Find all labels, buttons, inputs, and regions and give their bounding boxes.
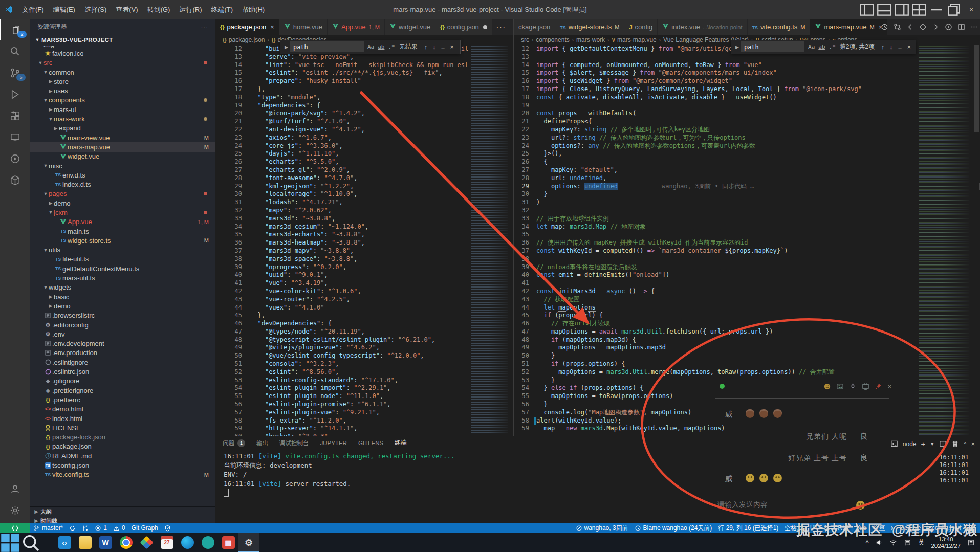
tab-config[interactable]: Jconfig	[624, 19, 658, 35]
history-icon[interactable]	[881, 23, 888, 31]
tree-item-mars-util.ts[interactable]: TSmars-util.ts	[30, 273, 215, 282]
tree-item-.gitignore[interactable]: ◆.gitignore	[30, 377, 215, 386]
chat-rocket-icon[interactable]	[849, 383, 857, 390]
taskbar-app-chrome[interactable]	[116, 533, 136, 552]
tree-item-utils[interactable]: ▼utils	[30, 246, 215, 255]
tree-item-common[interactable]: ▼common	[30, 68, 215, 77]
back-icon[interactable]	[906, 23, 914, 31]
taskbar-app-teal-app[interactable]	[198, 533, 218, 552]
find-arrow-up-icon[interactable]: ↑	[881, 43, 885, 51]
tree-item-LICENSE[interactable]: LICENSE	[30, 423, 215, 432]
tree-item-demo[interactable]: ▶demo	[30, 301, 215, 311]
remote-indicator[interactable]	[0, 523, 30, 533]
tree-item-.prettierignore[interactable]: ◆.prettierignore	[30, 386, 215, 395]
tree-item-.eslintignore[interactable]: .eslintignore	[30, 358, 215, 367]
activity-live-server-icon[interactable]	[0, 148, 30, 169]
menu-转到(G)[interactable]: 转到(G)	[143, 6, 175, 13]
run-icon[interactable]	[945, 23, 952, 31]
tree-item-store[interactable]: ▶store	[30, 77, 215, 86]
status-master*[interactable]: master*	[30, 524, 66, 532]
tree-item-.env[interactable]: ⚙.env	[30, 329, 215, 339]
section-时间线[interactable]: ▶时间线	[30, 516, 215, 523]
activity-debug-icon[interactable]	[0, 83, 30, 105]
diamond-icon[interactable]	[919, 23, 927, 31]
find-close-icon[interactable]: ×	[907, 43, 911, 51]
section-大纲[interactable]: ▶大纲	[30, 506, 215, 516]
tab-home.vue[interactable]: home.vue	[279, 19, 328, 35]
whole-word-icon[interactable]: ab	[378, 43, 384, 50]
tree-item-file-util.ts[interactable]: TSfile-util.ts	[30, 255, 215, 264]
activity-files-icon[interactable]: 2	[0, 19, 31, 40]
code-editor-mars-map-vue[interactable]: 12import { getDefaultContextMenu } from …	[514, 45, 980, 436]
tree-item-README.md[interactable]: README.md	[30, 451, 215, 460]
tab-index.vue[interactable]: index.vue ...\location-point	[658, 19, 747, 35]
panel-tab-输出[interactable]: 输出	[256, 436, 268, 450]
compare-icon[interactable]	[894, 23, 901, 31]
activity-settings-gear-icon[interactable]	[0, 499, 30, 521]
find-input[interactable]: path	[741, 41, 804, 52]
tab-mars-map.vue[interactable]: mars-map.vue M ×	[810, 19, 887, 35]
tree-item-.editorconfig[interactable]: ⚙.editorconfig	[30, 320, 215, 329]
terminal-chevron-down-icon[interactable]: ▼	[930, 441, 934, 447]
taskbar-app-wps[interactable]	[136, 533, 157, 552]
tree-item-mars-work[interactable]: ▼mars-work	[30, 114, 215, 123]
layout-secondary-icon[interactable]	[893, 0, 910, 19]
regex-icon[interactable]: .*	[388, 43, 395, 50]
notification-icon[interactable]	[967, 539, 975, 546]
panel-tab-问题[interactable]: 问题1	[223, 436, 245, 450]
tree-item-main.ts[interactable]: TSmain.ts	[30, 227, 215, 236]
menu-帮助(H)[interactable]: 帮助(H)	[237, 6, 269, 13]
taskbar-search-icon[interactable]	[20, 533, 41, 552]
tree-item-basic[interactable]: ▶basic	[30, 292, 215, 301]
taskbar-app-word[interactable]: W	[95, 533, 116, 552]
tree-item-main-view.vue[interactable]: main-view.vueM	[30, 133, 215, 142]
taskbar-app-settings[interactable]: ⚙	[238, 533, 259, 552]
find-selection-icon[interactable]: ≡	[441, 43, 445, 51]
tree-item-components[interactable]: ▼components	[30, 96, 215, 105]
tree-item-jcxm[interactable]: ▼jcxm	[30, 208, 215, 217]
status-sync-icon[interactable]	[66, 525, 79, 532]
emoji-button[interactable]	[856, 501, 865, 510]
taskbar-app-calendar[interactable]: 27	[157, 533, 177, 552]
status-1[interactable]: 1	[92, 524, 110, 532]
match-case-icon[interactable]: Aa	[808, 43, 815, 50]
tree-item-expand[interactable]: ▶expand	[30, 124, 215, 133]
tree-item-getDefaultContextMenu.ts[interactable]: TSgetDefaultContextMenu.ts	[30, 264, 215, 273]
tree-item-.browserslistrc[interactable]: .browserslistrc	[30, 311, 215, 320]
tree-item-pages[interactable]: ▼pages	[30, 189, 215, 198]
status-gitgraph-icon[interactable]	[79, 525, 92, 532]
terminal-process-label[interactable]: node	[903, 440, 917, 448]
tab-ckage.json[interactable]: ckage.json	[514, 19, 555, 35]
menu-文件(F)[interactable]: 文件(F)	[17, 6, 49, 13]
tab-vite.config.ts[interactable]: TSvite.config.ts M	[748, 19, 811, 35]
menu-查看(V)[interactable]: 查看(V)	[111, 6, 142, 13]
tree-item-tsconfig.json[interactable]: TStsconfig.json	[30, 460, 215, 470]
layout-grid-icon[interactable]	[910, 0, 928, 19]
find-selection-icon[interactable]: ≡	[898, 43, 902, 51]
status-0[interactable]: 0	[110, 524, 128, 532]
crumb-mars-map.vue[interactable]: ›Vmars-map.vue	[605, 36, 657, 43]
tree-item-misc[interactable]: ▼misc	[30, 161, 215, 170]
crumb-components[interactable]: ›components	[529, 36, 570, 43]
explorer-more-icon[interactable]: ···	[201, 24, 209, 30]
find-arrow-down-icon[interactable]: ↓	[432, 43, 436, 51]
terminal-close-icon[interactable]: ×	[971, 440, 975, 448]
tree-item-mars-map.vue[interactable]: mars-map.vueM	[30, 142, 215, 151]
find-close-icon[interactable]: ×	[450, 43, 454, 51]
forward-icon[interactable]	[932, 23, 940, 31]
tree-item-env.d.ts[interactable]: TSenv.d.ts	[30, 170, 215, 180]
status-shield-check-icon[interactable]	[161, 525, 174, 532]
chat-emoji-icon[interactable]	[823, 383, 831, 390]
ime-indicator[interactable]: 英	[918, 538, 924, 547]
tree-item-index.d.ts[interactable]: TSindex.d.ts	[30, 180, 215, 189]
panel-tab-JUPYTER[interactable]: JUPYTER	[320, 436, 347, 450]
taskbar-app-edge[interactable]	[177, 533, 198, 552]
tree-item-vite.config.ts[interactable]: TSvite.config.tsM	[30, 470, 215, 479]
tab-overflow-button[interactable]: ···	[492, 19, 510, 35]
terminal-trash-icon[interactable]	[951, 440, 959, 448]
network-icon[interactable]	[889, 539, 897, 546]
minimap-left[interactable]	[468, 45, 513, 436]
minimap-right[interactable]	[916, 45, 974, 436]
tab-App.vue[interactable]: App.vue 1, M	[328, 19, 385, 35]
more-icon[interactable]	[970, 23, 978, 31]
